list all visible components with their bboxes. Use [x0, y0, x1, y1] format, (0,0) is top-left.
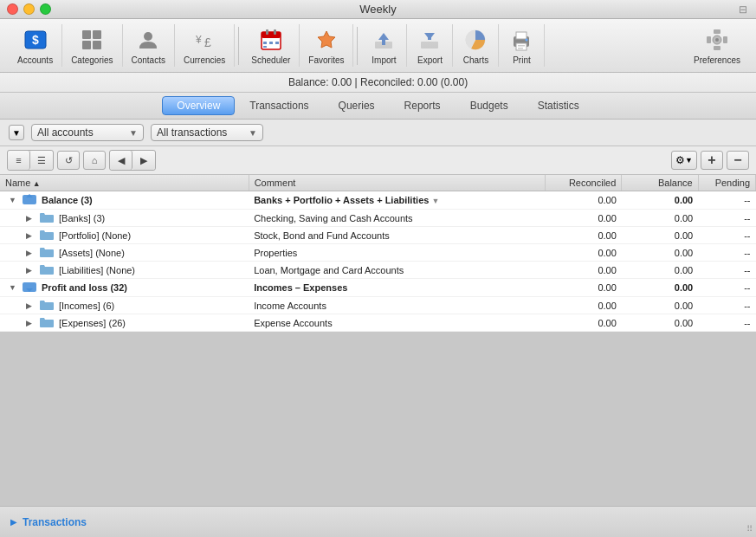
back-btn[interactable]: ◀: [110, 151, 132, 170]
toolbar-preferences[interactable]: Preferences: [687, 24, 747, 67]
toolbar-scheduler[interactable]: Scheduler: [242, 24, 300, 67]
remove-btn[interactable]: −: [727, 151, 749, 170]
filter-bar: ▼ All accounts ▼ All transactions ▼: [0, 120, 756, 146]
tab-queries[interactable]: Queries: [324, 96, 390, 115]
tab-transactions[interactable]: Transactions: [235, 96, 323, 115]
svg-point-35: [715, 38, 719, 42]
toolbar-currencies[interactable]: ¥ £ Currencies: [175, 24, 235, 67]
toolbar-categories[interactable]: Categories: [62, 24, 122, 67]
table-row[interactable]: ▶ [Incomes] (6) Income Accounts0.000.00-…: [0, 297, 756, 314]
balance-text: Balance: 0.00 | Reconciled: 0.00 (0.00): [288, 76, 468, 88]
table-row[interactable]: ▶ [Portfolio] (None) Stock, Bond and Fun…: [0, 227, 756, 244]
table-row[interactable]: ▶ [Assets] (None) Properties0.000.00--: [0, 244, 756, 262]
maximize-button[interactable]: [40, 3, 51, 15]
toolbar-charts[interactable]: Charts: [453, 24, 499, 67]
action-bar: ≡ ☰ ↺ ⌂ ◀ ▶ ⚙ ▼ + −: [0, 146, 756, 175]
toolbar-export[interactable]: Export: [407, 24, 453, 67]
row-icon: [40, 299, 55, 312]
tab-bar: Overview Transactions Queries Reports Bu…: [0, 93, 756, 120]
tab-reports[interactable]: Reports: [390, 96, 456, 115]
toolbar-accounts[interactable]: $ Accounts: [9, 24, 62, 67]
toolbar-favorites[interactable]: Favorites: [300, 24, 353, 67]
close-button[interactable]: [7, 3, 18, 15]
col-pending[interactable]: Pending: [698, 175, 755, 191]
svg-rect-5: [93, 41, 101, 49]
preferences-icon: [703, 26, 731, 54]
table-row[interactable]: ▶ [Expenses] (26) Expense Accounts0.000.…: [0, 314, 756, 332]
favorites-label: Favorites: [308, 55, 344, 65]
col-reconciled[interactable]: Reconciled: [546, 175, 622, 191]
export-label: Export: [417, 55, 443, 65]
tab-budgets[interactable]: Budgets: [456, 96, 523, 115]
toolbar-print[interactable]: Print: [499, 24, 545, 67]
toolbar-contacts[interactable]: Contacts: [123, 24, 175, 67]
svg-rect-4: [82, 41, 91, 49]
import-icon: [370, 26, 397, 54]
contacts-label: Contacts: [132, 55, 165, 65]
bottom-panel: ▶ Transactions ⠿: [0, 506, 756, 537]
forward-btn[interactable]: ▶: [132, 151, 155, 170]
tab-overview[interactable]: Overview: [162, 96, 235, 115]
favorites-icon: [313, 26, 340, 54]
main-content: Name Comment Reconciled Balance Pending …: [0, 175, 756, 332]
scheduler-icon: [257, 26, 285, 54]
add-btn[interactable]: +: [701, 151, 723, 170]
transactions-panel-title[interactable]: Transactions: [23, 516, 87, 528]
svg-rect-19: [382, 40, 385, 45]
filter-toggle[interactable]: ▼: [9, 125, 24, 140]
svg-text:$: $: [32, 33, 39, 47]
title-bar-resize: ⊟: [739, 3, 747, 16]
accounts-table: Name Comment Reconciled Balance Pending …: [0, 175, 756, 332]
accounts-filter[interactable]: All accounts ▼: [31, 124, 144, 141]
svg-rect-10: [262, 32, 281, 38]
svg-rect-3: [93, 30, 101, 39]
toolbar: $ Accounts Categories Contacts: [0, 19, 756, 73]
toolbar-import[interactable]: Import: [361, 24, 407, 67]
svg-point-29: [526, 39, 528, 42]
minimize-button[interactable]: [23, 3, 35, 15]
row-icon: [23, 281, 38, 294]
categories-label: Categories: [71, 55, 113, 65]
table-row[interactable]: ▶ [Liabilities] (None) Loan, Mortgage an…: [0, 262, 756, 279]
preferences-label: Preferences: [694, 55, 740, 65]
transactions-filter-arrow: ▼: [249, 128, 257, 138]
list-view-btn[interactable]: ≡: [8, 151, 30, 170]
home-btn[interactable]: ⌂: [83, 151, 106, 170]
col-name[interactable]: Name: [0, 175, 249, 191]
import-label: Import: [372, 55, 396, 65]
nav-group: ◀ ▶: [109, 150, 156, 171]
accounts-icon: $: [22, 26, 49, 54]
window-controls[interactable]: [7, 3, 51, 15]
svg-rect-31: [714, 46, 720, 50]
table-row[interactable]: ▶ [Banks] (3) Checking, Saving and Cash …: [0, 210, 756, 227]
charts-label: Charts: [463, 55, 488, 65]
transactions-filter[interactable]: All transactions ▼: [151, 124, 263, 141]
svg-rect-30: [714, 29, 720, 34]
row-icon: [40, 229, 55, 242]
row-icon: [40, 263, 55, 276]
print-label: Print: [513, 55, 531, 65]
gear-btn[interactable]: ⚙ ▼: [671, 151, 697, 170]
accounts-filter-arrow: ▼: [129, 128, 138, 138]
svg-rect-20: [421, 42, 438, 49]
table-row[interactable]: ▼ Profit and loss (32) Incomes – Expense…: [0, 279, 756, 297]
balance-bar: Balance: 0.00 | Reconciled: 0.00 (0.00): [0, 73, 756, 93]
row-icon: [40, 211, 55, 224]
table-row[interactable]: ▼ Balance (3) Banks + Portfolio + Assets…: [0, 191, 756, 210]
svg-rect-2: [82, 30, 91, 39]
print-icon: [507, 26, 535, 54]
svg-rect-33: [723, 36, 727, 43]
transactions-filter-label: All transactions: [157, 126, 227, 139]
detail-view-btn[interactable]: ☰: [30, 151, 53, 170]
svg-rect-28: [518, 48, 523, 49]
svg-point-6: [144, 32, 152, 41]
transactions-expand-arrow[interactable]: ▶: [10, 517, 17, 527]
tab-statistics[interactable]: Statistics: [523, 96, 594, 115]
row-icon: [23, 193, 38, 207]
svg-rect-11: [266, 29, 268, 35]
col-balance[interactable]: Balance: [622, 175, 698, 191]
scheduler-label: Scheduler: [251, 55, 290, 65]
resize-handle[interactable]: ⠿: [746, 524, 753, 534]
col-comment[interactable]: Comment: [249, 175, 545, 191]
refresh-btn[interactable]: ↺: [57, 151, 80, 170]
